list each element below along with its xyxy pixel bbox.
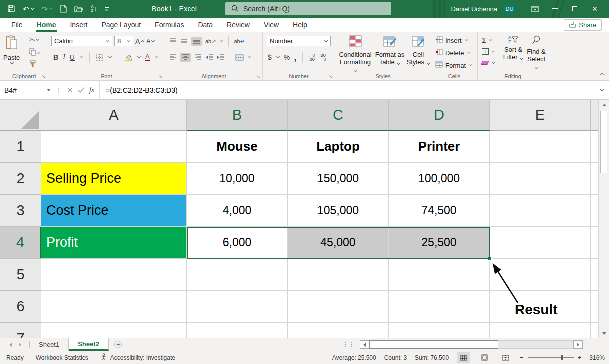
cell-B7[interactable] bbox=[187, 323, 288, 338]
zoom-in-icon[interactable]: + bbox=[578, 354, 582, 362]
col-header-F-partial[interactable] bbox=[591, 100, 598, 131]
accounting-format-button[interactable]: $ bbox=[268, 54, 272, 62]
cancel-icon[interactable] bbox=[67, 86, 73, 95]
clipboard-dialog-launcher[interactable]: ↘ bbox=[42, 74, 46, 80]
font-dialog-launcher[interactable]: ↘ bbox=[159, 74, 163, 80]
decrease-decimal-button[interactable]: .00→0 bbox=[319, 54, 326, 62]
maximize-button[interactable] bbox=[565, 0, 585, 18]
align-top-button[interactable] bbox=[169, 38, 177, 44]
name-box-dropdown-icon[interactable] bbox=[47, 89, 51, 92]
cell-C3[interactable]: 105,000 bbox=[288, 195, 389, 227]
cell-D1[interactable]: Printer bbox=[389, 131, 490, 163]
format-cells-button[interactable]: Format bbox=[431, 61, 477, 70]
cell-D7[interactable] bbox=[389, 323, 490, 338]
cell-B3[interactable]: 4,000 bbox=[187, 195, 288, 227]
tab-formulas[interactable]: Formulas bbox=[148, 18, 191, 32]
share-button[interactable]: Share bbox=[564, 20, 602, 31]
name-box[interactable]: B4# bbox=[0, 81, 55, 100]
increase-decimal-button[interactable]: ←0.00 bbox=[308, 54, 315, 62]
cut-button[interactable]: ✂ bbox=[29, 36, 39, 44]
col-header-C[interactable]: C bbox=[288, 100, 389, 131]
insert-function-icon[interactable]: fx bbox=[89, 86, 94, 94]
cell-styles-button[interactable]: CellStyles bbox=[406, 32, 430, 66]
cell-E1[interactable] bbox=[490, 131, 591, 163]
cell-C5[interactable] bbox=[288, 259, 389, 291]
cell-A2[interactable]: Selling Price bbox=[41, 163, 187, 195]
horizontal-scroll-thumb[interactable] bbox=[369, 340, 498, 349]
col-header-D[interactable]: D bbox=[389, 100, 490, 131]
new-sheet-button[interactable]: + bbox=[109, 338, 128, 351]
cell-D6[interactable] bbox=[389, 291, 490, 323]
cell-E7[interactable] bbox=[490, 323, 591, 338]
zoom-out-icon[interactable]: − bbox=[520, 354, 524, 362]
increase-font-button[interactable]: A bbox=[135, 38, 144, 46]
wrap-text-button[interactable]: ab↵ bbox=[234, 38, 244, 45]
zoom-slider-thumb[interactable] bbox=[561, 355, 563, 360]
cell-D4[interactable]: 25,500 bbox=[389, 227, 490, 259]
row-header-2[interactable]: 2 bbox=[0, 163, 41, 195]
format-as-table-button[interactable]: Format asTable bbox=[374, 32, 405, 66]
redo-button[interactable]: ↷ bbox=[42, 6, 53, 13]
cell-A5[interactable] bbox=[41, 259, 187, 291]
cell-B5[interactable] bbox=[187, 259, 288, 291]
merge-center-button[interactable] bbox=[235, 54, 244, 61]
italic-button[interactable]: I bbox=[63, 54, 65, 62]
tab-insert[interactable]: Insert bbox=[63, 18, 94, 32]
align-left-button[interactable] bbox=[169, 54, 177, 60]
paste-button[interactable]: Paste bbox=[3, 32, 20, 64]
vertical-scroll-thumb[interactable] bbox=[600, 111, 607, 174]
cell-A1[interactable] bbox=[41, 131, 187, 163]
scroll-left-icon[interactable] bbox=[360, 340, 369, 349]
sheet-tab-sheet1[interactable]: Sheet1 bbox=[30, 338, 69, 351]
col-header-E[interactable]: E bbox=[490, 100, 591, 131]
cell-D2[interactable]: 100,000 bbox=[389, 163, 490, 195]
cell-A7[interactable] bbox=[41, 323, 187, 338]
cell-D5[interactable] bbox=[389, 259, 490, 291]
row-header-3[interactable]: 3 bbox=[0, 195, 41, 227]
row-header-7[interactable]: 7 bbox=[0, 323, 41, 338]
decrease-font-button[interactable]: A bbox=[146, 38, 155, 45]
fill-color-button[interactable] bbox=[124, 54, 132, 62]
scroll-right-icon[interactable] bbox=[573, 340, 583, 349]
sort-filter-button[interactable]: AZ Sort &Filter bbox=[502, 32, 525, 61]
user-avatar[interactable]: DU bbox=[503, 3, 516, 16]
scroll-down-icon[interactable] bbox=[599, 328, 609, 338]
open-folder-icon[interactable] bbox=[74, 6, 83, 12]
new-file-icon[interactable] bbox=[60, 5, 67, 13]
align-middle-button[interactable] bbox=[180, 38, 188, 44]
close-button[interactable]: × bbox=[585, 0, 605, 18]
find-select-button[interactable]: Find &Select bbox=[525, 32, 548, 70]
percent-style-button[interactable]: % bbox=[284, 54, 290, 62]
underline-button[interactable]: U bbox=[70, 54, 75, 62]
minimize-button[interactable] bbox=[545, 0, 565, 18]
format-painter-button[interactable] bbox=[29, 60, 37, 70]
formula-bar-grip[interactable] bbox=[55, 81, 62, 100]
orientation-button[interactable]: ab↗ bbox=[205, 38, 216, 45]
tab-file[interactable]: File bbox=[4, 18, 30, 32]
expand-formula-bar-icon[interactable] bbox=[600, 81, 609, 100]
vertical-scrollbar[interactable] bbox=[598, 100, 609, 338]
enter-icon[interactable] bbox=[78, 86, 84, 95]
align-right-button[interactable] bbox=[194, 54, 202, 60]
cell-C6[interactable] bbox=[288, 291, 389, 323]
cell-E3[interactable] bbox=[490, 195, 591, 227]
user-name[interactable]: Daniel Uchenna bbox=[451, 6, 497, 13]
row-header-6[interactable]: 6 bbox=[0, 291, 41, 323]
cell-C1[interactable]: Laptop bbox=[288, 131, 389, 163]
cell-E2[interactable] bbox=[490, 163, 591, 195]
font-name-combo[interactable]: Calibri bbox=[51, 36, 112, 46]
cell-B2[interactable]: 10,000 bbox=[187, 163, 288, 195]
workbook-statistics[interactable]: Workbook Statistics bbox=[30, 354, 94, 362]
tab-help[interactable]: Help bbox=[286, 18, 314, 32]
zoom-slider[interactable]: − + bbox=[520, 354, 581, 362]
prev-sheet-icon[interactable] bbox=[9, 343, 12, 347]
accessibility-status[interactable]: Accessibility: Investigate bbox=[94, 354, 181, 362]
cell-A3[interactable]: Cost Price bbox=[41, 195, 187, 227]
tab-home[interactable]: Home bbox=[30, 18, 63, 32]
increase-indent-button[interactable] bbox=[217, 54, 225, 60]
bold-button[interactable]: B bbox=[53, 54, 58, 62]
collapse-ribbon-icon[interactable] bbox=[599, 70, 604, 78]
sheet-tab-sheet2[interactable]: Sheet2 bbox=[69, 338, 109, 351]
fill-button[interactable]: ↓ bbox=[482, 48, 502, 55]
col-header-A[interactable]: A bbox=[41, 100, 187, 131]
